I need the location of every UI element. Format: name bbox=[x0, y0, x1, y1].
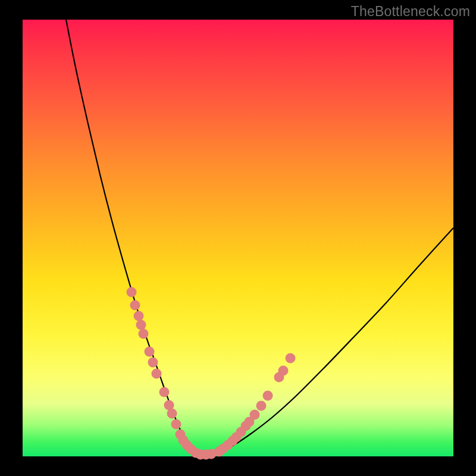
data-marker bbox=[127, 287, 137, 298]
data-marker bbox=[278, 366, 289, 376]
plot-area bbox=[23, 20, 453, 456]
data-marker bbox=[134, 311, 144, 321]
data-marker bbox=[171, 419, 181, 430]
data-marker bbox=[250, 410, 260, 420]
data-marker bbox=[136, 320, 146, 330]
data-marker bbox=[159, 387, 170, 397]
data-marker bbox=[263, 391, 273, 401]
chart-frame: TheBottleneck.com bbox=[0, 0, 476, 476]
watermark-text: TheBottleneck.com bbox=[351, 4, 470, 20]
data-marker bbox=[286, 353, 296, 364]
data-marker bbox=[139, 329, 149, 339]
data-marker bbox=[148, 358, 158, 368]
data-marker bbox=[145, 347, 155, 357]
data-marker bbox=[256, 401, 267, 411]
curve-svg bbox=[23, 20, 453, 456]
data-markers bbox=[127, 287, 296, 460]
data-marker bbox=[152, 369, 162, 379]
data-marker bbox=[167, 409, 177, 419]
data-marker bbox=[130, 300, 140, 311]
bottleneck-curve bbox=[66, 20, 453, 455]
